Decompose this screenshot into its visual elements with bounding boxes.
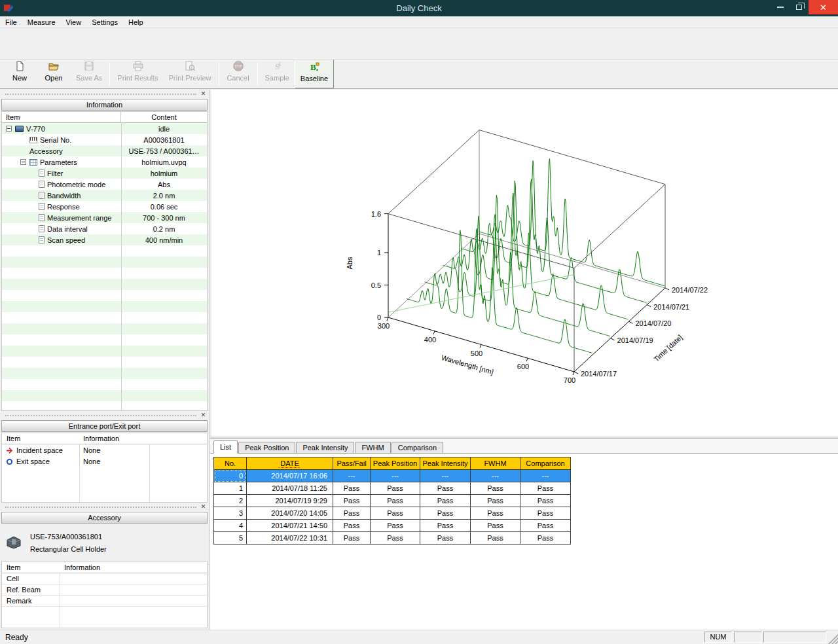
- information-panel-grip[interactable]: ✕: [0, 90, 209, 98]
- column-header-information[interactable]: Information: [60, 564, 207, 571]
- information-row[interactable]: Serial No.A000361801: [2, 134, 207, 145]
- port-row[interactable]: Exit spaceNone: [2, 456, 207, 467]
- results-row[interactable]: 02014/07/17 16:06---------------: [214, 470, 571, 482]
- information-row[interactable]: Scan speed400 nm/min: [2, 234, 207, 245]
- column-header-item[interactable]: Item: [2, 112, 121, 123]
- information-row[interactable]: AccessoryUSE-753 / A000361…: [2, 145, 207, 156]
- port-row[interactable]: Incident spaceNone: [2, 444, 207, 456]
- open-button[interactable]: Open: [37, 60, 71, 88]
- resize-grip[interactable]: [828, 630, 838, 644]
- peak-position-cell: Pass: [371, 532, 420, 545]
- menu-settings[interactable]: Settings: [86, 16, 123, 28]
- results-col-header[interactable]: FWHM: [471, 457, 520, 470]
- incident-icon: [6, 446, 16, 454]
- port-item-label: Exit space: [16, 457, 50, 465]
- sample-button[interactable]: S Sample: [260, 60, 295, 88]
- results-col-header[interactable]: Peak Intensity: [420, 457, 471, 470]
- information-rows: V-770idleSerial No.A000361801AccessoryUS…: [2, 123, 207, 411]
- menu-help[interactable]: Help: [123, 16, 149, 28]
- drag-handle[interactable]: [5, 507, 196, 508]
- fwhm-cell: Pass: [471, 507, 520, 520]
- toolbar-separator: [219, 62, 219, 86]
- maximize-button[interactable]: [790, 0, 809, 14]
- information-row[interactable]: Data interval0.2 nm: [2, 223, 207, 234]
- information-row-empty: [2, 334, 207, 346]
- results-col-header[interactable]: Peak Position: [371, 457, 420, 470]
- results-row[interactable]: 32014/07/20 14:05PassPassPassPassPass: [214, 507, 571, 520]
- svg-text:S: S: [275, 62, 280, 71]
- info-content-value: idle: [121, 125, 207, 133]
- readout-bar: 700.0 nm -0.0192 Abs 0/1: [0, 28, 838, 59]
- print-preview-button[interactable]: Print Preview: [164, 60, 217, 88]
- information-row[interactable]: Photometric modeAbs: [2, 179, 207, 190]
- svg-text:2014/07/17: 2014/07/17: [581, 370, 617, 378]
- information-row[interactable]: Response0.06 sec: [2, 201, 207, 212]
- comparison-cell: Pass: [520, 482, 571, 495]
- tree-expander-icon[interactable]: [20, 159, 26, 165]
- information-row[interactable]: Measurement range700 - 300 nm: [2, 212, 207, 223]
- tree-expander-icon[interactable]: [6, 126, 12, 132]
- accessory-row[interactable]: Ref. Beam: [2, 584, 207, 596]
- tab-fwhm[interactable]: FWHM: [355, 442, 390, 453]
- information-row[interactable]: Bandwidth2.0 nm: [2, 190, 207, 201]
- tab-list[interactable]: List: [213, 440, 238, 454]
- accessory-panel-grip[interactable]: ✕: [0, 503, 209, 511]
- results-col-header[interactable]: Comparison: [520, 457, 571, 470]
- date-cell: 2014/07/17 16:06: [247, 470, 333, 482]
- info-content-value: Abs: [121, 181, 207, 188]
- pass-fail-cell: Pass: [333, 507, 371, 520]
- sample-icon: S: [272, 61, 282, 73]
- save-as-button[interactable]: Save As: [71, 60, 107, 88]
- tab-comparison[interactable]: Comparison: [392, 442, 443, 453]
- svg-text:300: 300: [378, 322, 390, 330]
- param-icon: [39, 225, 45, 232]
- accessory-row[interactable]: Cell: [2, 573, 207, 584]
- peak-intensity-cell: ---: [420, 470, 471, 482]
- chart-axes: 00.511.63004005006007002014/07/172014/07…: [346, 210, 708, 384]
- close-panel-icon[interactable]: ✕: [200, 412, 207, 419]
- toolbar: New Open Save As Print Results Print Pre…: [0, 59, 838, 89]
- results-header-row: No.DATEPass/FailPeak PositionPeak Intens…: [214, 457, 571, 470]
- info-item-label: Scan speed: [47, 236, 85, 244]
- close-button[interactable]: ✕: [809, 0, 838, 14]
- window-title: Daily Check: [0, 3, 838, 13]
- peak-intensity-cell: Pass: [420, 520, 471, 532]
- menu-file[interactable]: File: [0, 16, 22, 28]
- info-item-label: Filter: [47, 170, 63, 177]
- spectra-3d-chart: 00.511.63004005006007002014/07/172014/07…: [211, 90, 838, 437]
- close-panel-icon[interactable]: ✕: [200, 503, 207, 510]
- column-header-information[interactable]: Information: [79, 435, 207, 442]
- results-col-header[interactable]: DATE: [247, 457, 333, 470]
- tab-peak-position[interactable]: Peak Position: [238, 442, 295, 453]
- cancel-button[interactable]: STOP Cancel: [221, 60, 255, 88]
- ports-panel-grip[interactable]: ✕: [0, 411, 209, 420]
- column-header-content[interactable]: Content: [121, 113, 207, 121]
- column-header-item[interactable]: Item: [2, 564, 60, 571]
- results-col-header[interactable]: Pass/Fail: [333, 457, 371, 470]
- new-button[interactable]: New: [3, 60, 37, 88]
- accessory-row[interactable]: Remark: [2, 596, 207, 607]
- results-col-header[interactable]: No.: [214, 457, 247, 470]
- drag-handle[interactable]: [5, 415, 196, 416]
- tab-peak-intensity[interactable]: Peak Intensity: [296, 442, 354, 453]
- menu-view[interactable]: View: [61, 16, 87, 28]
- baseline-button[interactable]: B Baseline: [295, 60, 334, 88]
- results-row[interactable]: 22014/07/19 9:29PassPassPassPassPass: [214, 495, 571, 507]
- minimize-button[interactable]: [771, 0, 790, 14]
- information-row[interactable]: Filterholmium: [2, 168, 207, 179]
- close-panel-icon[interactable]: ✕: [200, 90, 207, 98]
- accessory-item-label: Ref. Beam: [2, 586, 60, 594]
- menu-measure[interactable]: Measure: [22, 16, 61, 28]
- results-row[interactable]: 42014/07/21 14:50PassPassPassPassPass: [214, 520, 571, 532]
- info-content-value: 2.0 nm: [121, 192, 207, 200]
- information-row[interactable]: V-770idle: [2, 123, 207, 134]
- information-row[interactable]: Parametersholmium.uvpq: [2, 156, 207, 168]
- row-number-cell: 1: [214, 482, 247, 495]
- printer-icon: [133, 61, 143, 73]
- results-row[interactable]: 52014/07/22 10:31PassPassPassPassPass: [214, 532, 571, 545]
- column-header-item[interactable]: Item: [2, 435, 79, 442]
- print-results-button[interactable]: Print Results: [112, 60, 163, 88]
- svg-text:Time [date]: Time [date]: [652, 333, 683, 363]
- results-row[interactable]: 12014/07/18 11:25PassPassPassPassPass: [214, 482, 571, 495]
- drag-handle[interactable]: [5, 94, 196, 95]
